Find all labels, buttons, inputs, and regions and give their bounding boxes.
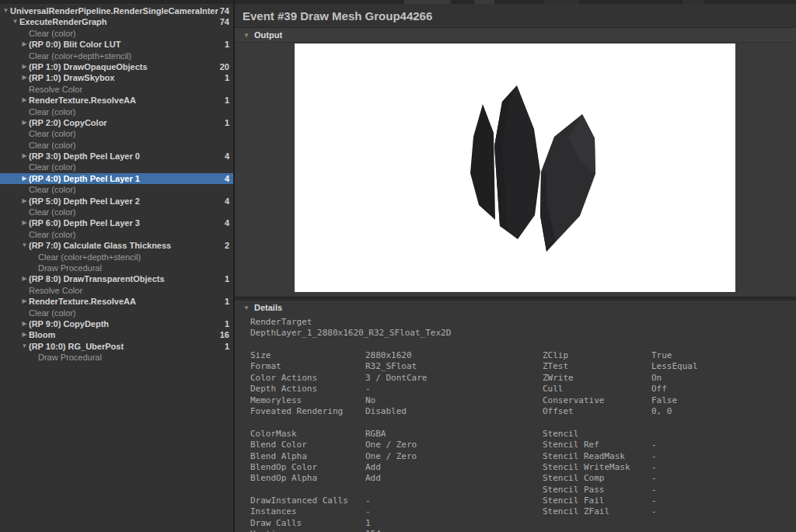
tree-item-label: (RP 6:0) Depth Peel Layer 3: [29, 218, 140, 228]
tree-item-label: Clear (color): [29, 162, 76, 172]
details-row-value: True: [651, 350, 672, 361]
tree-row[interactable]: ▶(RP 3:0) Depth Peel Layer 04: [0, 151, 233, 162]
tree-row[interactable]: ▶(RP 0:0) Blit Color LUT1: [0, 39, 233, 50]
tree-row[interactable]: ▶(RP 9:0) CopyDepth1: [0, 318, 233, 329]
tree-item-count: 1: [225, 273, 229, 284]
details-row-label: Foveated Rendering: [250, 406, 365, 417]
tree-row[interactable]: ▶RenderTexture.ResolveAA1: [0, 296, 233, 307]
tree-row[interactable]: Resolve Color: [0, 84, 233, 95]
tree-row[interactable]: ▼UniversalRenderPipeline.RenderSingleCam…: [0, 5, 233, 16]
tree-item-label: (RP 0:0) Blit Color LUT: [29, 40, 120, 49]
foldout-collapsed-icon[interactable]: ▶: [20, 329, 29, 340]
tree-row[interactable]: Clear (color): [0, 128, 233, 139]
tree-row[interactable]: Clear (color): [0, 162, 233, 172]
details-row: Size2880x1620: [250, 350, 530, 361]
tree-item-label: (RP 9:0) CopyDepth: [29, 319, 109, 329]
tree-item-count: 1: [225, 117, 229, 128]
foldout-collapsed-icon[interactable]: ▶: [20, 217, 29, 228]
tree-item-label: (RP 2:0) CopyColor: [29, 118, 107, 127]
tree-item-count: 74: [220, 5, 229, 16]
tree-item-label: Clear (color): [29, 129, 76, 138]
foldout-expanded-icon[interactable]: ▼: [20, 240, 29, 251]
details-row: Stencil Pass-: [543, 485, 791, 495]
tree-row[interactable]: ▶(RP 1:0) DrawSkybox1: [0, 72, 233, 83]
details-row: BlendOp ColorAdd: [250, 462, 530, 473]
tree-item-count: 1: [225, 72, 229, 83]
details-row-label: Stencil ReadMask: [543, 451, 651, 462]
tree-row[interactable]: Clear (color): [0, 28, 233, 39]
tree-row[interactable]: Clear (color+depth+stencil): [0, 252, 233, 263]
tree-row[interactable]: ▶(RP 5:0) Depth Peel Layer 24: [0, 196, 233, 207]
output-section-header[interactable]: ▼ Output: [235, 28, 796, 43]
mesh-preview-image: [295, 43, 735, 292]
details-row-value: -: [365, 495, 371, 506]
details-row-label: Format: [250, 361, 365, 372]
tree-row[interactable]: ▼ExecuteRenderGraph74: [0, 16, 233, 27]
tree-row[interactable]: ▶(RP 1:0) DrawOpaqueObjects20: [0, 61, 233, 72]
details-row-value: -: [651, 440, 657, 450]
foldout-expanded-icon[interactable]: ▼: [11, 16, 19, 27]
details-row: Stencil Ref-: [543, 440, 791, 450]
tree-row[interactable]: Resolve Color: [0, 285, 233, 296]
foldout-collapsed-icon[interactable]: ▶: [20, 296, 29, 307]
foldout-collapsed-icon[interactable]: ▶: [20, 318, 29, 329]
foldout-collapsed-icon[interactable]: ▶: [20, 95, 29, 106]
tree-row[interactable]: Clear (color+depth+stencil): [0, 50, 233, 61]
tree-row[interactable]: Clear (color): [0, 106, 233, 117]
details-section-header[interactable]: ▼ Details: [235, 301, 796, 315]
tree-row[interactable]: Clear (color): [0, 229, 233, 240]
details-row: Vertices154: [250, 529, 530, 532]
render-target-preview[interactable]: [295, 43, 735, 292]
details-row-value: 1: [365, 518, 371, 529]
foldout-collapsed-icon[interactable]: ▶: [20, 196, 29, 207]
tree-item-label: RenderTexture.ResolveAA: [29, 96, 136, 105]
tree-row[interactable]: ▼(RP 7:0) Calculate Glass Thickness2: [0, 240, 233, 251]
tree-item-label: Clear (color): [29, 141, 76, 150]
tree-row[interactable]: ▶(RP 2:0) CopyColor1: [0, 117, 233, 128]
foldout-collapsed-icon[interactable]: ▶: [20, 117, 29, 128]
tree-row[interactable]: Clear (color): [0, 308, 233, 318]
details-row-value: One / Zero: [365, 440, 417, 450]
foldout-collapsed-icon[interactable]: ▶: [20, 72, 29, 83]
foldout-collapsed-icon[interactable]: ▶: [20, 173, 29, 184]
foldout-collapsed-icon[interactable]: ▶: [20, 61, 29, 72]
tree-row[interactable]: Clear (color): [0, 207, 233, 217]
details-row-value: 0, 0: [651, 406, 672, 417]
details-row-label: Stencil Comp: [543, 473, 651, 484]
details-row-label: BlendOp Color: [250, 462, 365, 473]
details-row: Stencil ReadMask-: [543, 451, 791, 462]
tree-item-label: UniversalRenderPipeline.RenderSingleCame…: [10, 6, 218, 16]
tree-item-count: 4: [225, 196, 229, 207]
details-row-label: Vertices: [250, 529, 365, 532]
tree-row[interactable]: ▶(RP 6:0) Depth Peel Layer 34: [0, 217, 233, 228]
tree-row[interactable]: ▶(RP 8:0) DrawTransparentObjects1: [0, 273, 233, 284]
details-row-label: Offset: [543, 406, 651, 417]
tree-item-count: 1: [225, 296, 229, 307]
details-row: DrawInstanced Calls-: [250, 495, 530, 506]
tree-row[interactable]: Draw Procedural: [0, 352, 233, 363]
foldout-collapsed-icon[interactable]: ▶: [20, 151, 29, 162]
tree-row[interactable]: Draw Procedural: [0, 263, 233, 273]
tree-row[interactable]: ▶Bloom16: [0, 329, 233, 340]
foldout-expanded-icon[interactable]: ▼: [2, 5, 10, 16]
event-title-bar: Event #39 Draw Mesh Group44266: [235, 4, 796, 28]
details-row: Stencil: [543, 429, 791, 440]
tree-item-label: Clear (color): [29, 230, 76, 239]
details-row: ZWriteOn: [543, 373, 791, 384]
tree-row[interactable]: ▶RenderTexture.ResolveAA1: [0, 95, 233, 106]
output-section-label: Output: [254, 30, 282, 40]
event-title: Event #39 Draw Mesh Group44266: [243, 9, 432, 23]
tree-row[interactable]: ▼(RP 10:0) RG_UberPost1: [0, 341, 233, 352]
tree-row-selected[interactable]: ▶(RP 4:0) Depth Peel Layer 14: [0, 173, 233, 184]
foldout-collapsed-icon[interactable]: ▶: [20, 39, 29, 50]
tree-row[interactable]: Clear (color): [0, 140, 233, 151]
details-row-value: -: [651, 495, 657, 506]
foldout-collapsed-icon[interactable]: ▶: [20, 273, 29, 284]
event-tree-panel: ▼UniversalRenderPipeline.RenderSingleCam…: [0, 4, 233, 532]
details-row-label: Cull: [543, 384, 651, 395]
render-target-name: DepthLayer_1_2880x1620_R32_SFloat_Tex2D: [250, 328, 451, 339]
tree-item-label: (RP 5:0) Depth Peel Layer 2: [29, 196, 140, 206]
details-row: Foveated RenderingDisabled: [250, 406, 530, 417]
foldout-expanded-icon[interactable]: ▼: [20, 341, 29, 352]
tree-row[interactable]: Clear (color): [0, 184, 233, 195]
